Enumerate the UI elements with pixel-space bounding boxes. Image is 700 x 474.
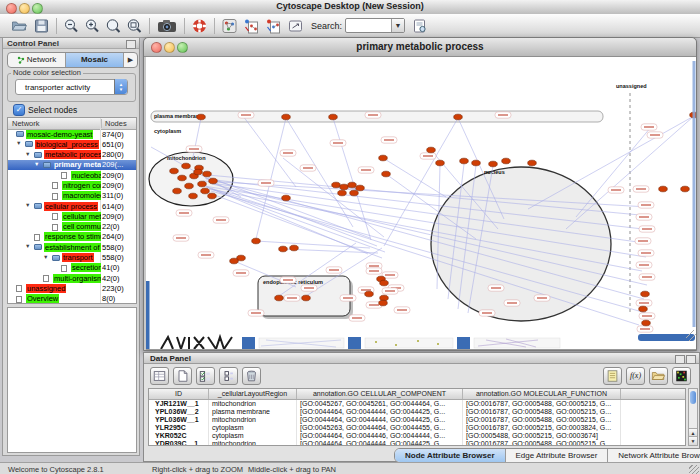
network-node[interactable]	[659, 186, 668, 192]
expand-triangle-icon[interactable]: ▼	[43, 254, 48, 260]
tree-row[interactable]: ▼ nucleobase- 209(0)	[8, 170, 136, 180]
tree-row[interactable]: ▼ establishment of lo 558(0)	[8, 242, 136, 252]
network-node[interactable]	[454, 114, 463, 120]
network-node[interactable]	[350, 190, 359, 196]
network-window-titlebar[interactable]: primary metabolic process	[144, 38, 696, 57]
node-color-dropdown[interactable]: transporter activity ▲▼	[15, 79, 128, 95]
network-edge[interactable]	[256, 241, 370, 248]
tab-network[interactable]: Network	[8, 53, 66, 67]
network-node[interactable]	[681, 186, 690, 192]
matrix-view-button[interactable]	[672, 367, 691, 385]
network-node[interactable]	[642, 320, 651, 326]
network-node[interactable]	[201, 188, 210, 194]
network-canvas[interactable]: plasma membrane cytoplasm mitochondrion …	[146, 57, 696, 350]
network-node[interactable]	[189, 193, 198, 199]
network-node[interactable]	[379, 155, 388, 161]
table-row[interactable]: YLR295C cytoplasm [GO:0045263, GO:004446…	[149, 424, 685, 432]
network-node[interactable]	[290, 245, 299, 251]
tree-row[interactable]: ▼ primary metabo 209(...	[8, 160, 136, 170]
attribute-list-button[interactable]	[219, 367, 238, 385]
function-builder-button[interactable]: f(x)	[626, 367, 645, 385]
network-node[interactable]	[436, 160, 445, 166]
tab-network-attribute-browser[interactable]: Network Attribute Browser	[608, 449, 700, 462]
resize-grip[interactable]	[689, 465, 699, 474]
network-node[interactable]	[365, 291, 374, 297]
network-node[interactable]	[178, 175, 187, 181]
network-node[interactable]	[502, 158, 511, 164]
network-node[interactable]	[427, 147, 436, 153]
network-tree[interactable]: Network Nodes ▼ mosaic-demo-yeast 874(0)…	[7, 117, 137, 304]
network-node[interactable]	[382, 171, 391, 177]
search-input[interactable]: ▼	[345, 18, 405, 33]
search-config-button[interactable]	[410, 17, 429, 35]
layout-nodes-b-button[interactable]	[264, 17, 283, 35]
left-scroll-strip[interactable]	[146, 281, 150, 349]
network-node[interactable]	[356, 185, 365, 191]
zoom-in-button[interactable]	[83, 17, 102, 35]
network-node[interactable]	[194, 169, 203, 175]
network-node[interactable]	[472, 160, 481, 166]
attribute-table-header[interactable]: ID _cellularLayoutRegion annotation.GO C…	[149, 389, 685, 400]
tree-row[interactable]: ▼ secretion 41(0)	[8, 263, 136, 273]
attribute-checklist-button[interactable]	[196, 367, 215, 385]
vizmapper-icon-button[interactable]	[220, 17, 239, 35]
network-node[interactable]	[197, 114, 206, 120]
network-node[interactable]	[329, 114, 338, 120]
network-node[interactable]	[279, 246, 288, 252]
tree-row[interactable]: ▼ cellular metabol 209(0)	[8, 211, 136, 221]
tree-row[interactable]: ▼ cellular process 614(0)	[8, 201, 136, 211]
network-node[interactable]	[282, 114, 291, 120]
float-panel-icon[interactable]	[126, 40, 136, 49]
stepper-arrows-icon[interactable]: ▲▼	[114, 79, 127, 94]
network-node[interactable]	[275, 295, 284, 301]
table-scrollbar[interactable]: ▲ ▼	[688, 388, 698, 446]
tab-mosaic[interactable]: Mosaic	[66, 53, 124, 67]
network-node[interactable]	[230, 258, 239, 264]
select-nodes-checkbox[interactable]: ✓	[13, 104, 25, 116]
network-edge[interactable]	[528, 116, 694, 209]
tree-row[interactable]: ▼ metabolic process 280(0)	[8, 150, 136, 160]
network-node[interactable]	[182, 163, 191, 169]
tree-row[interactable]: ▼ response to stimulu 264(0)	[8, 232, 136, 242]
tree-row[interactable]: ▼ biological_process 651(0)	[8, 139, 136, 149]
expand-triangle-icon[interactable]: ▼	[16, 140, 21, 146]
help-ring-button[interactable]	[190, 17, 209, 35]
open-attributes-button[interactable]	[649, 367, 668, 385]
network-node[interactable]	[302, 295, 311, 301]
network-node[interactable]	[641, 291, 650, 297]
save-button[interactable]	[32, 17, 51, 35]
zoom-fit-button[interactable]	[125, 17, 144, 35]
zoom-out-button[interactable]	[62, 17, 81, 35]
tab-node-attribute-browser[interactable]: Node Attribute Browser	[395, 449, 506, 462]
nucleus-region[interactable]	[431, 167, 611, 321]
vertical-scrollbar[interactable]	[693, 61, 696, 327]
network-node[interactable]	[348, 182, 357, 188]
network-node[interactable]	[252, 238, 261, 244]
network-node[interactable]	[332, 182, 341, 188]
expand-triangle-icon[interactable]: ▼	[34, 161, 39, 167]
network-edge[interactable]	[256, 118, 286, 239]
network-edge[interactable]	[286, 118, 353, 227]
tree-row[interactable]: ▼ macromolecule 311(0)	[8, 191, 136, 201]
tree-row[interactable]: ▼ mosaic-demo-yeast 874(0)	[8, 129, 136, 139]
network-node[interactable]	[338, 190, 347, 196]
tree-row[interactable]: ▼ transport 558(0)	[8, 253, 136, 263]
table-row[interactable]: YDR039C__1 mitochondrion [GO:0044464, GO…	[149, 440, 685, 446]
scroll-down-arrow[interactable]: ▼	[689, 436, 697, 445]
network-node[interactable]	[170, 168, 179, 174]
scrollbar-thumb[interactable]	[690, 391, 696, 404]
tree-row[interactable]: ▼ multi-organism pro 42(0)	[8, 273, 136, 283]
network-node[interactable]	[185, 183, 194, 189]
network-edge[interactable]	[566, 116, 694, 229]
network-node[interactable]	[460, 158, 469, 164]
table-row[interactable]: YPL036W__2 plasma membrane [GO:0044464, …	[149, 408, 685, 416]
tab-overflow-arrow[interactable]: ▶	[124, 53, 137, 67]
network-node[interactable]	[208, 193, 217, 199]
layout-nodes-a-button[interactable]	[242, 17, 261, 35]
expand-triangle-icon[interactable]: ▼	[25, 151, 30, 157]
select-attributes-button[interactable]	[150, 367, 169, 385]
network-node[interactable]	[528, 160, 537, 166]
snapshot-camera-button[interactable]	[155, 17, 179, 35]
network-node[interactable]	[380, 280, 389, 286]
tree-row[interactable]: ▼ unassigned 223(0)	[8, 283, 136, 293]
